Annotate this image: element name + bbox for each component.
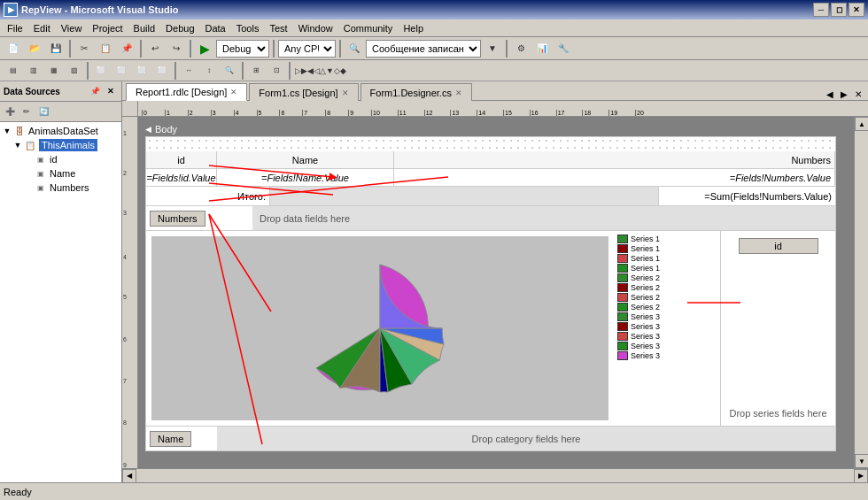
panel-close-btn[interactable]: ✕ <box>104 84 118 98</box>
zoom-btn[interactable]: 🔍 <box>220 61 239 81</box>
sep9 <box>242 62 244 80</box>
legend-label-4: Series 2 <box>631 273 660 282</box>
refresh-btn[interactable]: 🔄 <box>35 104 51 119</box>
legend-label-2: Series 1 <box>631 254 660 263</box>
tab-form1-design[interactable]: Form1.cs [Design] ✕ <box>249 83 358 101</box>
drop-series-text: Drop series fields here <box>729 408 826 419</box>
scroll-right-btn[interactable]: ▶ <box>854 469 868 483</box>
new-project-btn[interactable]: 📄 <box>4 39 23 58</box>
legend-item-9: Series 3 <box>617 322 717 331</box>
tree-item-dataset[interactable]: ▼ 🗄 AnimalsDataSet <box>2 124 120 138</box>
menu-project[interactable]: Project <box>87 21 128 35</box>
toolbar-extra3[interactable]: 🔧 <box>554 39 573 58</box>
numbers-button[interactable]: Numbers <box>150 211 205 227</box>
menu-build[interactable]: Build <box>128 21 160 35</box>
copy-btn[interactable]: 📋 <box>96 39 115 58</box>
menu-data[interactable]: Data <box>200 21 231 35</box>
find-btn[interactable]: 🔍 <box>345 39 364 58</box>
pie-chart <box>274 249 486 408</box>
menu-test[interactable]: Test <box>264 21 292 35</box>
platform-select[interactable]: Any CPU <box>278 40 336 58</box>
open-btn[interactable]: 📂 <box>25 39 44 58</box>
toolbar-extra1[interactable]: ⚙ <box>511 39 531 58</box>
size-btn1[interactable]: ↔ <box>179 61 198 81</box>
editor-area: Report1.rdlc [Design] ✕ Form1.cs [Design… <box>122 81 868 482</box>
menu-file[interactable]: File <box>2 21 28 35</box>
message-input[interactable]: Сообщение записано в <box>366 40 481 58</box>
bottom-scrollbar: ◀ ▶ <box>122 468 868 482</box>
format-btn2[interactable]: ▥ <box>24 61 43 81</box>
tab-scroll-right[interactable]: ▶ <box>838 88 850 100</box>
menu-community[interactable]: Community <box>338 21 399 35</box>
menu-help[interactable]: Help <box>398 21 429 35</box>
legend-item-0: Series 1 <box>617 235 717 243</box>
table-icon: 📋 <box>23 139 37 151</box>
close-button[interactable]: ✕ <box>849 3 864 17</box>
format-btn1[interactable]: ▤ <box>4 61 23 81</box>
expand-table[interactable]: ▼ <box>12 141 23 150</box>
dataset-label: AnimalsDataSet <box>28 126 98 136</box>
align-btn3[interactable]: ⬜ <box>132 61 151 81</box>
tree-item-field-id[interactable]: ▣ id <box>23 152 120 166</box>
scroll-left-btn[interactable]: ◀ <box>122 469 136 483</box>
legend-color-1 <box>617 244 628 253</box>
tree-item-table[interactable]: ▼ 📋 ThisAnimals <box>12 138 120 152</box>
tree-item-field-name[interactable]: ▣ Name <box>23 166 120 181</box>
tab-form1-designer-close[interactable]: ✕ <box>455 88 462 97</box>
legend-item-7: Series 2 <box>617 303 717 312</box>
legend-item-3: Series 1 <box>617 264 717 273</box>
undo-btn[interactable]: ↩ <box>145 39 165 58</box>
edit-datasource-btn[interactable]: ✏ <box>19 104 35 119</box>
tree-item-field-numbers[interactable]: ▣ Numbers <box>23 181 120 195</box>
scroll-up-btn[interactable]: ▲ <box>855 117 868 131</box>
category-label-cell: Name <box>146 427 217 450</box>
panel-pin-btn[interactable]: 📌 <box>88 84 102 98</box>
footer-drop <box>270 187 658 205</box>
paste-btn[interactable]: 📌 <box>117 39 136 58</box>
snap-btn[interactable]: ⊡ <box>267 61 286 81</box>
ruler-vertical: 1 2 3 4 5 6 7 8 9 <box>122 117 138 468</box>
restore-button[interactable]: ◻ <box>831 3 847 17</box>
align-btn2[interactable]: ⬜ <box>112 61 131 81</box>
toolbar-extra2[interactable]: 📊 <box>532 39 552 58</box>
legend-item-11: Series 3 <box>617 342 717 350</box>
grid-btn[interactable]: ⊞ <box>246 61 266 81</box>
sep3 <box>190 40 191 58</box>
cut-btn[interactable]: ✂ <box>74 39 94 58</box>
tab-report1-close[interactable]: ✕ <box>230 88 237 96</box>
menu-window[interactable]: Window <box>293 21 338 35</box>
more-btn[interactable]: ▼ <box>483 39 502 58</box>
menu-tools[interactable]: Tools <box>231 21 265 35</box>
tab-close-all[interactable]: ✕ <box>852 88 864 100</box>
redo-btn[interactable]: ↪ <box>167 39 186 58</box>
size-btn2[interactable]: ↕ <box>199 61 219 81</box>
menu-view[interactable]: View <box>56 21 88 35</box>
name-button[interactable]: Name <box>150 431 191 447</box>
surface-inner[interactable]: ◀ Body id <box>138 117 854 468</box>
tab-report1-design[interactable]: Report1.rdlc [Design] ✕ <box>126 83 247 101</box>
header-name: Name <box>217 151 394 168</box>
panel-toolbar: ➕ ✏ 🔄 <box>0 102 121 122</box>
save-btn[interactable]: 💾 <box>46 39 66 58</box>
body-text: Body <box>155 124 177 135</box>
debug-mode-select[interactable]: Debug <box>216 40 269 58</box>
body-label: ◀ Body <box>145 124 847 135</box>
minimize-button[interactable]: ─ <box>813 3 829 17</box>
scroll-down-btn[interactable]: ▼ <box>855 454 868 468</box>
tab-form1-designer[interactable]: Form1.Designer.cs ✕ <box>360 83 472 101</box>
format-btn4[interactable]: ▧ <box>65 61 84 81</box>
add-datasource-btn[interactable]: ➕ <box>2 104 18 119</box>
align-btn4[interactable]: ⬜ <box>152 61 172 81</box>
tab-form1-close[interactable]: ✕ <box>342 88 349 97</box>
align-btn1[interactable]: ⬜ <box>91 61 111 81</box>
ruler-tick-10: 10 <box>371 110 380 116</box>
expand-dataset[interactable]: ▼ <box>2 127 12 135</box>
field-icon-name: ▣ <box>34 167 48 180</box>
legend-color-0 <box>617 235 628 243</box>
start-debug-btn[interactable]: ▶ <box>195 39 214 58</box>
format-btn3[interactable]: ▦ <box>44 61 64 81</box>
chart-legend: Series 1 Series 1 Series 1 <box>614 231 720 426</box>
tab-scroll-left[interactable]: ◀ <box>824 88 836 100</box>
menu-debug[interactable]: Debug <box>160 21 199 35</box>
menu-edit[interactable]: Edit <box>28 21 56 35</box>
